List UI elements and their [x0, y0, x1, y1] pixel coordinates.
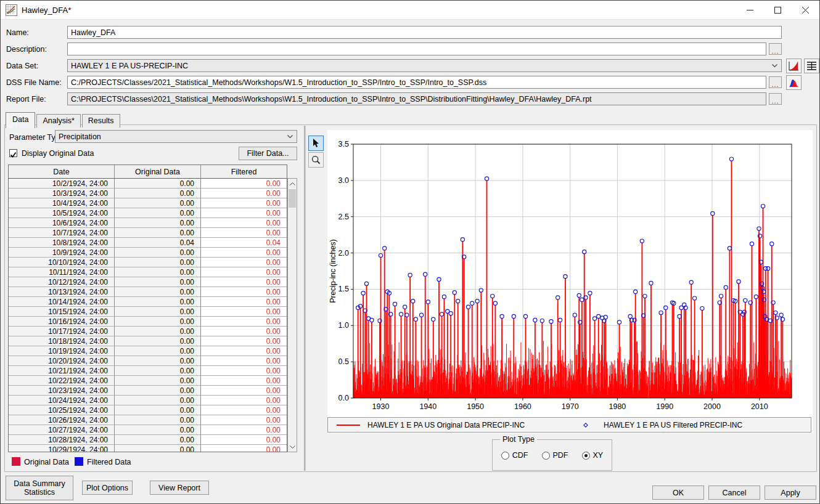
report-file-browse-button[interactable]: ...	[769, 93, 782, 105]
pointer-tool-button[interactable]	[308, 136, 324, 151]
table-cell[interactable]: 0.00	[201, 287, 287, 297]
table-cell[interactable]: 0.00	[201, 317, 287, 327]
table-row[interactable]: 10/10/1924, 24:000.000.00	[9, 258, 287, 267]
table-cell[interactable]: 0.00	[201, 198, 287, 208]
table-row[interactable]: 10/14/1924, 24:000.000.00	[9, 297, 287, 307]
table-row[interactable]: 10/21/1924, 24:000.000.00	[9, 366, 287, 376]
table-cell[interactable]: 0.00	[201, 189, 287, 198]
table-row[interactable]: 10/18/1924, 24:000.000.00	[9, 336, 287, 346]
table-cell[interactable]: 0.00	[201, 425, 287, 435]
table-cell[interactable]: 0.00	[115, 198, 201, 208]
description-input[interactable]	[67, 43, 766, 55]
table-cell[interactable]: 10/13/1924, 24:00	[9, 287, 115, 297]
scroll-down-button[interactable]	[288, 442, 297, 452]
table-cell[interactable]: 10/19/1924, 24:00	[9, 346, 115, 356]
table-cell[interactable]: 0.00	[115, 189, 201, 198]
scrollbar-thumb[interactable]	[289, 189, 296, 208]
panel-splitter[interactable]	[304, 126, 306, 471]
table-cell[interactable]: 0.00	[115, 307, 201, 317]
table-cell[interactable]: 10/16/1924, 24:00	[9, 317, 115, 327]
table-cell[interactable]: 0.00	[115, 346, 201, 356]
table-scrollbar[interactable]	[287, 178, 297, 452]
name-input[interactable]	[67, 26, 782, 39]
dss-file-input[interactable]	[67, 76, 766, 89]
close-button[interactable]	[792, 1, 819, 19]
table-cell[interactable]: 0.00	[115, 415, 201, 425]
table-cell[interactable]: 10/4/1924, 24:00	[9, 198, 115, 208]
table-cell[interactable]: 10/26/1924, 24:00	[9, 415, 115, 425]
tab-results[interactable]: Results	[82, 114, 120, 128]
table-cell[interactable]: 10/14/1924, 24:00	[9, 297, 115, 307]
table-cell[interactable]: 10/2/1924, 24:00	[9, 179, 115, 189]
table-cell[interactable]: 0.00	[201, 228, 287, 238]
table-row[interactable]: 10/26/1924, 24:000.000.00	[9, 415, 287, 425]
table-cell[interactable]: 0.00	[201, 435, 287, 445]
scroll-up-button[interactable]	[288, 179, 297, 189]
radio-pdf-circle[interactable]	[542, 452, 550, 460]
table-cell[interactable]: 0.00	[201, 267, 287, 277]
table-row[interactable]: 10/17/1924, 24:000.000.00	[9, 327, 287, 336]
column-header-original[interactable]: Original Data	[115, 165, 201, 179]
table-cell[interactable]: 0.00	[201, 386, 287, 396]
table-cell[interactable]: 0.00	[115, 396, 201, 405]
table-cell[interactable]: 10/27/1924, 24:00	[9, 425, 115, 435]
radio-xy[interactable]: XY	[582, 451, 604, 460]
parameter-type-combobox[interactable]: Precipitation	[55, 130, 297, 143]
table-cell[interactable]: 0.00	[115, 405, 201, 415]
table-cell[interactable]: 10/8/1924, 24:00	[9, 238, 115, 248]
filter-data-button[interactable]: Filter Data...	[239, 147, 297, 160]
table-cell[interactable]: 0.00	[201, 415, 287, 425]
table-row[interactable]: 10/3/1924, 24:000.000.00	[9, 189, 287, 198]
table-row[interactable]: 10/4/1924, 24:000.000.00	[9, 198, 287, 208]
minimize-button[interactable]	[736, 1, 764, 19]
table-cell[interactable]: 0.00	[115, 179, 201, 189]
table-row[interactable]: 10/8/1924, 24:000.040.04	[9, 238, 287, 248]
table-row[interactable]: 10/25/1924, 24:000.000.00	[9, 405, 287, 415]
table-row[interactable]: 10/2/1924, 24:000.000.00	[9, 179, 287, 189]
table-cell[interactable]: 10/20/1924, 24:00	[9, 356, 115, 366]
apply-button[interactable]: Apply	[765, 486, 816, 500]
table-cell[interactable]: 0.00	[115, 376, 201, 386]
table-cell[interactable]: 0.00	[115, 445, 201, 452]
table-row[interactable]: 10/6/1924, 24:000.000.00	[9, 218, 287, 228]
table-cell[interactable]: 0.00	[201, 445, 287, 452]
table-cell[interactable]: 10/5/1924, 24:00	[9, 208, 115, 218]
table-cell[interactable]: 0.04	[115, 238, 201, 248]
table-cell[interactable]: 0.00	[201, 307, 287, 317]
table-cell[interactable]: 10/10/1924, 24:00	[9, 258, 115, 267]
table-cell[interactable]: 0.00	[115, 336, 201, 346]
table-cell[interactable]: 0.00	[201, 179, 287, 189]
data-summary-statistics-button[interactable]: Data Summary Statistics	[6, 476, 73, 500]
table-cell[interactable]: 0.00	[115, 435, 201, 445]
column-header-filtered[interactable]: Filtered	[201, 165, 287, 179]
table-cell[interactable]: 10/21/1924, 24:00	[9, 366, 115, 376]
table-cell[interactable]: 0.00	[201, 376, 287, 386]
radio-cdf-circle[interactable]	[501, 452, 509, 460]
table-cell[interactable]: 0.00	[115, 297, 201, 307]
table-cell[interactable]: 10/24/1924, 24:00	[9, 396, 115, 405]
table-cell[interactable]: 0.00	[115, 277, 201, 287]
table-cell[interactable]: 0.00	[201, 218, 287, 228]
table-cell[interactable]: 0.00	[115, 228, 201, 238]
tabulate-data-set-button[interactable]	[804, 59, 819, 73]
table-row[interactable]: 10/15/1924, 24:000.000.00	[9, 307, 287, 317]
plot-options-button[interactable]: Plot Options	[82, 481, 133, 495]
description-browse-button[interactable]: ...	[769, 43, 782, 55]
table-cell[interactable]: 10/3/1924, 24:00	[9, 189, 115, 198]
table-cell[interactable]: 0.00	[201, 258, 287, 267]
table-row[interactable]: 10/24/1924, 24:000.000.00	[9, 396, 287, 405]
data-set-combobox[interactable]: HAWLEY 1 E PA US-PRECIP-INC	[67, 59, 782, 72]
table-cell[interactable]: 10/18/1924, 24:00	[9, 336, 115, 346]
table-cell[interactable]: 0.00	[115, 258, 201, 267]
table-cell[interactable]: 0.00	[115, 425, 201, 435]
display-original-checkbox[interactable]	[9, 149, 17, 157]
table-cell[interactable]: 0.00	[115, 317, 201, 327]
table-cell[interactable]: 10/6/1924, 24:00	[9, 218, 115, 228]
tab-data[interactable]: Data	[6, 112, 35, 128]
table-row[interactable]: 10/7/1924, 24:000.000.00	[9, 228, 287, 238]
table-cell[interactable]: 0.00	[115, 267, 201, 277]
view-report-button[interactable]: View Report	[150, 481, 209, 495]
table-cell[interactable]: 10/15/1924, 24:00	[9, 307, 115, 317]
table-cell[interactable]: 0.00	[201, 336, 287, 346]
table-cell[interactable]: 10/12/1924, 24:00	[9, 277, 115, 287]
